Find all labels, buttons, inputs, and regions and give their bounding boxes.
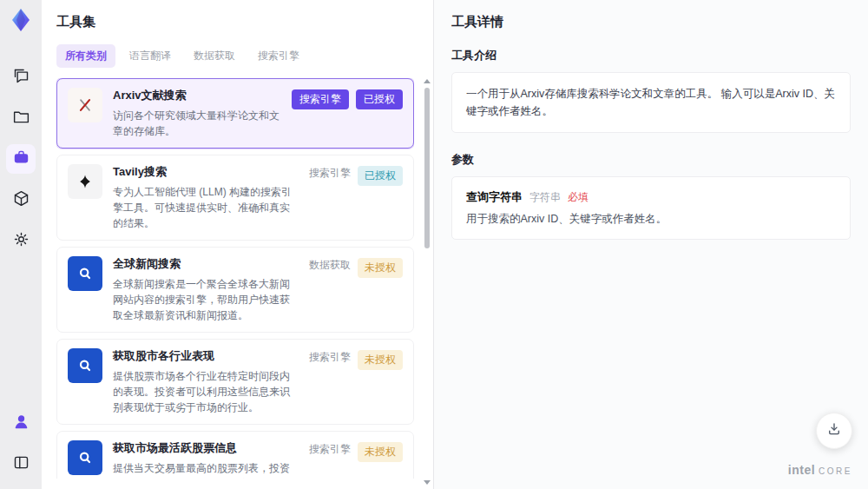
tool-status-badge: 未授权 (358, 350, 403, 370)
tool-card[interactable]: Tavily搜索 专为人工智能代理 (LLM) 构建的搜索引擎工具。可快速提供实… (56, 155, 414, 241)
tool-description: 全球新闻搜索是一个聚合全球各大新闻网站内容的搜索引擎，帮助用户快速获取全球最新资… (113, 276, 299, 323)
gear-icon (12, 230, 30, 252)
intel-core-logo: intel CORE (788, 463, 852, 477)
param-description: 用于搜索的Arxiv ID、关键字或作者姓名。 (466, 212, 836, 227)
sidebar-item-chat[interactable] (6, 63, 36, 92)
sidebar-item-collapse[interactable] (6, 449, 36, 479)
tool-category-badge: 搜索引擎 (309, 166, 351, 181)
tool-description: 提供股票市场各个行业在特定时间段内的表现。投资者可以利用这些信息来识别表现优于或… (113, 368, 299, 415)
page-title: 工具集 (56, 14, 433, 30)
tab-search-engine[interactable]: 搜索引擎 (249, 44, 308, 68)
user-icon (12, 413, 30, 434)
tool-name: Tavily搜索 (113, 164, 299, 180)
toolbox-icon (12, 149, 30, 170)
tool-name: Arxiv文献搜索 (113, 88, 281, 103)
tab-language-translation[interactable]: 语言翻译 (121, 44, 180, 68)
intro-text: 一个用于从Arxiv存储库搜索科学论文和文章的工具。 输入可以是Arxiv ID… (466, 85, 836, 120)
param-box: 查询字符串 字符串 必填 用于搜索的Arxiv ID、关键字或作者姓名。 (451, 176, 851, 240)
tool-description: 提供当天交易量最高的股票列表，投资者可以利用这些信息来识别流动性强的股票和潜在的… (113, 460, 299, 479)
tool-status-badge: 已授权 (358, 166, 403, 186)
scrollbar-thumb[interactable] (424, 88, 430, 248)
tab-all-categories[interactable]: 所有类别 (56, 44, 115, 68)
tool-status-badge: 已授权 (356, 89, 403, 109)
tool-card[interactable]: 获取股市各行业表现 提供股票市场各个行业在特定时间段内的表现。投资者可以利用这些… (56, 339, 414, 425)
sidebar-item-account[interactable] (6, 408, 36, 438)
tool-description: 专为人工智能代理 (LLM) 构建的搜索引擎工具。可快速提供实时、准确和真实的结… (113, 184, 299, 231)
scroll-up-icon[interactable] (424, 79, 431, 83)
scroll-down-icon[interactable] (424, 480, 431, 485)
tool-status-badge: 未授权 (358, 258, 403, 278)
tool-name: 全球新闻搜索 (113, 256, 299, 272)
sidebar (0, 0, 42, 489)
list-scrollbar[interactable] (422, 76, 432, 489)
intel-logo-text: intel (788, 463, 815, 477)
tool-category-badge: 搜索引擎 (309, 442, 351, 457)
tool-description: 访问各个研究领域大量科学论文和文章的存储库。 (113, 108, 281, 139)
tool-status-badge: 未授权 (358, 442, 403, 462)
app-window: 工具集 所有类别 语言翻译 数据获取 搜索引擎 Arxiv文献搜索 访问各个研究… (0, 0, 868, 489)
tool-name: 获取股市各行业表现 (113, 348, 299, 364)
cube-icon (12, 189, 30, 211)
panel-layout-icon (12, 453, 30, 475)
tool-list: Arxiv文献搜索 访问各个研究领域大量科学论文和文章的存储库。 搜索引擎 已授… (56, 78, 414, 479)
tool-details-panel: 工具详情 工具介绍 一个用于从Arxiv存储库搜索科学论文和文章的工具。 输入可… (434, 0, 868, 489)
details-title: 工具详情 (451, 14, 851, 30)
params-heading: 参数 (451, 152, 851, 168)
tool-category-badge: 搜索引擎 (292, 89, 349, 109)
tool-card[interactable]: 获取市场最活跃股票信息 提供当天交易量最高的股票列表，投资者可以利用这些信息来识… (56, 431, 414, 479)
tool-category-badge: 数据获取 (309, 258, 351, 273)
search-blue-icon (68, 348, 102, 383)
chat-icon (12, 67, 30, 89)
intro-heading: 工具介绍 (451, 48, 851, 63)
tool-card[interactable]: 全球新闻搜索 全球新闻搜索是一个聚合全球各大新闻网站内容的搜索引擎，帮助用户快速… (56, 247, 414, 333)
sidebar-item-tools[interactable] (6, 144, 36, 174)
category-tabs: 所有类别 语言翻译 数据获取 搜索引擎 (56, 44, 433, 68)
folder-icon (12, 108, 30, 129)
download-icon (826, 421, 842, 440)
download-button[interactable] (816, 413, 852, 449)
sidebar-item-settings[interactable] (6, 226, 36, 255)
param-type: 字符串 (529, 190, 561, 205)
search-blue-icon (68, 256, 102, 291)
sidebar-item-files[interactable] (6, 103, 36, 133)
app-logo-icon (8, 7, 34, 33)
param-required-badge: 必填 (568, 190, 589, 205)
tool-name: 获取市场最活跃股票信息 (113, 440, 299, 456)
star-icon (68, 164, 102, 199)
core-logo-text: CORE (819, 466, 852, 476)
param-name: 查询字符串 (466, 189, 523, 205)
intro-box: 一个用于从Arxiv存储库搜索科学论文和文章的工具。 输入可以是Arxiv ID… (451, 72, 851, 133)
arxiv-icon (68, 88, 102, 122)
tab-data-fetch[interactable]: 数据获取 (185, 44, 244, 68)
search-blue-icon (68, 440, 102, 475)
tool-category-badge: 搜索引擎 (309, 350, 351, 365)
tool-list-panel: 工具集 所有类别 语言翻译 数据获取 搜索引擎 Arxiv文献搜索 访问各个研究… (42, 0, 434, 489)
sidebar-item-packages[interactable] (6, 185, 36, 215)
tool-card[interactable]: Arxiv文献搜索 访问各个研究领域大量科学论文和文章的存储库。 搜索引擎 已授… (56, 78, 414, 149)
